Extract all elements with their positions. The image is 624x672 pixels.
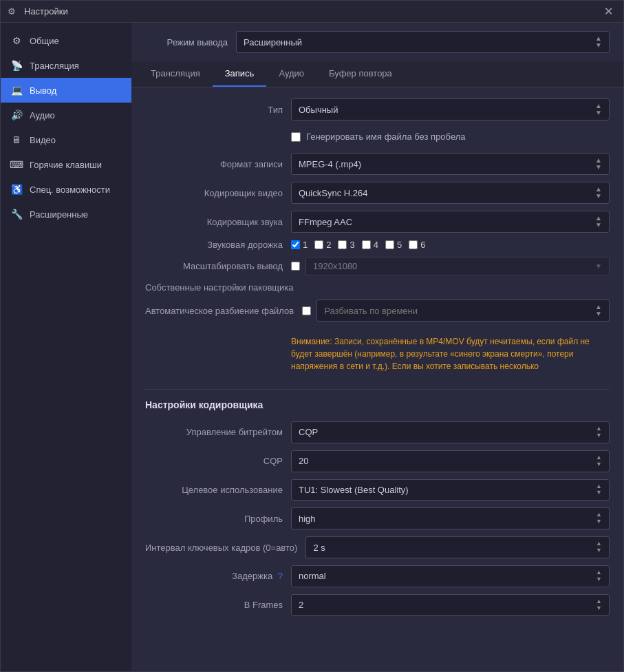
bitrate-control-row: Управление битрейтом CQP ▲▼: [145, 421, 610, 443]
profile-select[interactable]: high ▲▼: [291, 507, 610, 529]
cqp-input[interactable]: 20 ▲▼: [291, 450, 610, 472]
section-divider: [145, 389, 610, 390]
audio-track-4-checkbox[interactable]: [362, 240, 371, 249]
target-usage-value: TU1: Slowest (Best Quality): [299, 485, 409, 495]
close-button[interactable]: ✕: [600, 3, 616, 20]
audio-track-3-label: 3: [349, 240, 354, 250]
auto-split-arrow: ▲▼: [595, 304, 602, 317]
sidebar-item-general[interactable]: ⚙ Общие: [1, 28, 131, 53]
target-usage-row: Целевое использование TU1: Slowest (Best…: [145, 479, 610, 501]
type-value: Обычный: [299, 105, 338, 115]
sidebar-item-hotkeys[interactable]: ⌨ Горячие клавиши: [1, 152, 131, 177]
audio-track-1-label: 1: [303, 240, 308, 250]
audio-track-3-checkbox[interactable]: [338, 240, 347, 249]
audio-encoder-value: FFmpeg AAC: [299, 217, 352, 227]
main-panel: Режим вывода Расширенный ▲▼ Трансляция З…: [131, 23, 623, 671]
audio-track-4-label: 4: [374, 240, 378, 250]
auto-split-checkbox[interactable]: [302, 306, 311, 315]
sidebar-label-advanced: Расширенные: [30, 209, 88, 220]
profile-label: Профиль: [145, 514, 283, 524]
audio-track-5-checkbox[interactable]: [385, 240, 394, 249]
sidebar-label-output: Вывод: [30, 85, 56, 96]
sidebar-label-video: Видео: [30, 135, 56, 145]
custom-muxer-row: Собственные настройки паковщика: [145, 282, 610, 293]
scale-output-label: Масштабировать вывод: [145, 261, 283, 271]
cqp-value: 20: [299, 456, 308, 466]
audio-track-2-label: 2: [326, 240, 331, 250]
sidebar-item-output[interactable]: 💻 Вывод: [1, 78, 131, 103]
record-format-row: Формат записи MPEG-4 (.mp4) ▲▼: [145, 153, 610, 175]
latency-value: normal: [299, 571, 326, 581]
scale-output-row: Масштабировать вывод 1920x1080 ▼: [145, 257, 610, 275]
gear-icon: ⚙: [10, 34, 23, 47]
latency-select[interactable]: normal ▲▼: [291, 565, 610, 587]
keyboard-icon: ⌨: [10, 158, 23, 171]
warning-row: Внимание: Записи, сохранённые в MP4/MOV …: [145, 328, 610, 379]
type-row: Тип Обычный ▲▼: [145, 98, 610, 120]
warning-text: Внимание: Записи, сохранённые в MP4/MOV …: [291, 328, 610, 379]
sidebar-item-stream[interactable]: 📡 Трансляция: [1, 53, 131, 78]
audio-track-4: 4: [362, 240, 378, 250]
audio-encoder-arrow: ▲▼: [595, 215, 602, 229]
audio-track-1: 1: [291, 240, 308, 250]
sidebar-item-advanced[interactable]: 🔧 Расширенные: [1, 202, 131, 227]
auto-split-row: Автоматическое разбиение файлов Разбиват…: [145, 300, 610, 322]
output-mode-select[interactable]: Расширенный ▲▼: [236, 31, 610, 53]
stream-icon: 📡: [10, 59, 23, 72]
bframes-row: B Frames 2 ▲▼: [145, 594, 610, 616]
output-icon: 💻: [10, 84, 23, 96]
scale-output-arrow: ▼: [595, 262, 602, 270]
advanced-icon: 🔧: [10, 208, 23, 220]
audio-icon: 🔊: [10, 109, 23, 121]
scale-output-select: 1920x1080 ▼: [305, 257, 610, 275]
bitrate-control-select[interactable]: CQP ▲▼: [291, 421, 610, 443]
sidebar-item-video[interactable]: 🖥 Видео: [1, 127, 131, 152]
audio-track-checkboxes: 1 2 3 4: [291, 240, 610, 250]
type-arrow: ▲▼: [595, 103, 602, 116]
tab-stream[interactable]: Трансляция: [138, 61, 213, 87]
type-select[interactable]: Обычный ▲▼: [291, 98, 610, 120]
sidebar-item-audio[interactable]: 🔊 Аудио: [1, 103, 131, 127]
sidebar-item-accessibility[interactable]: ♿ Спец. возможности: [1, 177, 131, 202]
cqp-row: CQP 20 ▲▼: [145, 450, 610, 472]
audio-track-2: 2: [314, 240, 331, 250]
audio-track-6-checkbox[interactable]: [409, 240, 418, 249]
audio-track-row: Звуковая дорожка 1 2 3: [145, 240, 610, 250]
scale-output-checkbox[interactable]: [291, 262, 300, 271]
latency-row: Задержка ? normal ▲▼: [145, 565, 610, 587]
record-format-label: Формат записи: [145, 159, 283, 169]
sidebar-label-stream: Трансляция: [30, 61, 79, 71]
bframes-input[interactable]: 2 ▲▼: [291, 594, 610, 616]
generate-filename-checkbox[interactable]: [291, 132, 301, 142]
profile-value: high: [299, 514, 316, 524]
target-usage-select[interactable]: TU1: Slowest (Best Quality) ▲▼: [291, 479, 610, 501]
audio-encoder-row: Кодировщик звука FFmpeg AAC ▲▼: [145, 211, 610, 233]
audio-track-5-label: 5: [397, 240, 402, 250]
tab-audio[interactable]: Аудио: [266, 61, 316, 87]
video-encoder-select[interactable]: QuickSync H.264 ▲▼: [291, 182, 610, 204]
keyframe-interval-row: Интервал ключевых кадров (0=авто) 2 s ▲▼: [145, 536, 610, 558]
audio-track-2-checkbox[interactable]: [314, 240, 323, 249]
auto-split-select[interactable]: Разбивать по времени ▲▼: [316, 300, 610, 322]
app-icon: ⚙: [8, 6, 19, 17]
keyframe-interval-input[interactable]: 2 s ▲▼: [305, 536, 610, 558]
audio-track-5: 5: [385, 240, 402, 250]
audio-track-label: Звуковая дорожка: [145, 240, 283, 250]
settings-window: ⚙ Настройки ✕ ⚙ Общие 📡 Трансляция 💻 Выв…: [0, 0, 624, 672]
cqp-label: CQP: [145, 456, 283, 466]
video-encoder-label: Кодировщик видео: [145, 188, 283, 198]
record-format-value: MPEG-4 (.mp4): [299, 159, 361, 169]
target-usage-arrows: ▲▼: [596, 483, 602, 497]
audio-track-1-checkbox[interactable]: [291, 240, 300, 249]
bframes-value: 2: [299, 600, 303, 610]
tab-replay[interactable]: Буфер повтора: [316, 61, 405, 87]
titlebar: ⚙ Настройки ✕: [1, 1, 623, 23]
audio-encoder-select[interactable]: FFmpeg AAC ▲▼: [291, 211, 610, 233]
generate-filename-checkbox-row: Генерировать имя файла без пробела: [291, 127, 466, 146]
custom-muxer-label: Собственные настройки паковщика: [145, 282, 293, 293]
tab-record[interactable]: Запись: [213, 61, 267, 87]
record-format-select[interactable]: MPEG-4 (.mp4) ▲▼: [291, 153, 610, 175]
video-icon: 🖥: [10, 134, 23, 146]
sidebar-label-hotkeys: Горячие клавиши: [30, 160, 102, 170]
output-mode-row: Режим вывода Расширенный ▲▼: [131, 23, 623, 61]
